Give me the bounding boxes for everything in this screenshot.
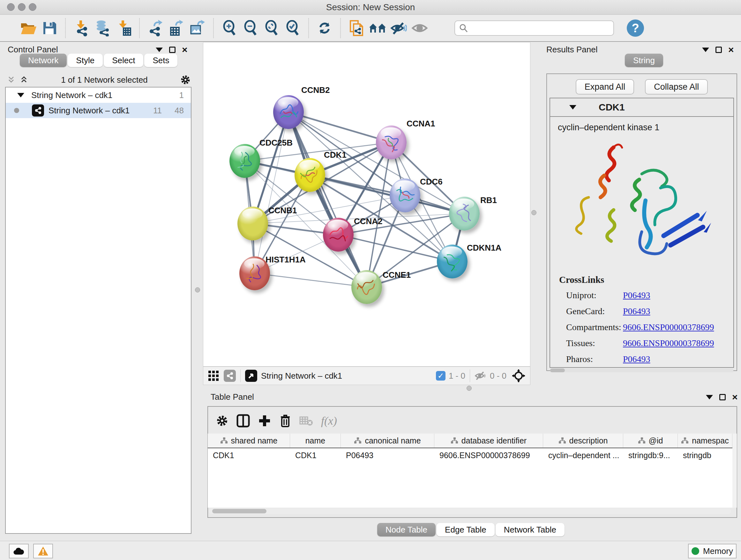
collapse-all-chevrons-icon[interactable] [6, 75, 16, 84]
string-app-icon [32, 105, 44, 117]
tab-string[interactable]: String [625, 54, 663, 67]
panel-menu-icon[interactable] [702, 48, 709, 52]
control-panel-tabs: NetworkStyleSelectSets [20, 54, 179, 67]
crosslink-link[interactable]: 9606.ENSP00000378699 [623, 338, 714, 348]
export-image-button[interactable] [187, 18, 208, 38]
search-input[interactable] [468, 23, 606, 33]
collapse-section-icon[interactable] [569, 105, 576, 110]
tab-style[interactable]: Style [68, 54, 103, 67]
zoom-in-button[interactable] [219, 18, 240, 38]
add-column-plus-icon[interactable] [258, 414, 271, 428]
tab-node-table[interactable]: Node Table [377, 523, 435, 537]
show-all-button[interactable] [409, 18, 430, 38]
table-settings-gear-icon[interactable] [216, 415, 228, 427]
column-header-shared-name[interactable]: shared name [208, 434, 290, 448]
grid-view-icon[interactable] [208, 370, 219, 381]
network-node-cdc25b[interactable] [229, 144, 260, 178]
crosslink-link[interactable]: P06493 [623, 290, 650, 300]
collapse-all-button[interactable]: Collapse All [645, 79, 708, 95]
node-label-ccnb1: CCNB1 [268, 206, 297, 215]
table-horizontal-scrollbar[interactable] [209, 508, 731, 514]
network-node-cdk1[interactable] [294, 158, 325, 192]
network-node-ccna2[interactable] [323, 218, 354, 252]
save-session-button[interactable] [39, 18, 60, 38]
selected-checkbox-icon[interactable]: ✓ [436, 371, 446, 381]
column-header-database-identifier[interactable]: database identifier [434, 434, 543, 448]
window-title: Session: New Session [0, 2, 741, 12]
left-splitter-handle[interactable] [195, 287, 200, 293]
tab-edge-table[interactable]: Edge Table [436, 523, 495, 537]
close-panel-icon[interactable]: × [728, 47, 734, 53]
network-node-rb1[interactable] [449, 197, 480, 231]
network-view-canvas[interactable]: CCNB2CCNA1CDC25BCDK1CDC6RB1CCNB1CCNA2CDK… [203, 42, 530, 367]
string-network-badge-icon[interactable] [224, 370, 236, 382]
zoom-fit-button[interactable] [261, 18, 282, 38]
expand-all-chevrons-icon[interactable] [19, 75, 29, 84]
network-node-ccnb2[interactable] [273, 95, 304, 129]
bottom-splitter-handle[interactable] [467, 386, 472, 391]
gear-icon[interactable] [180, 74, 191, 85]
import-table-button[interactable] [113, 18, 134, 38]
close-panel-icon[interactable]: × [732, 394, 738, 400]
tab-network-table[interactable]: Network Table [495, 523, 564, 537]
table-row[interactable]: CDK1CDK1P064939606.ENSP00000378699cyclin… [208, 448, 732, 463]
zoom-selected-button[interactable] [282, 18, 303, 38]
network-edge-count: 48 [175, 106, 184, 116]
hide-selected-button[interactable] [388, 18, 409, 38]
column-header-canonical-name[interactable]: canonical name [341, 434, 434, 448]
memory-label: Memory [703, 546, 733, 556]
results-scrollbar[interactable] [550, 368, 733, 372]
tab-select[interactable]: Select [104, 54, 143, 67]
memory-button[interactable]: Memory [688, 544, 737, 558]
column-header-description[interactable]: description [543, 434, 623, 448]
network-node-cdc6[interactable] [390, 179, 420, 212]
refresh-button[interactable] [314, 18, 335, 38]
cdk1-card-header[interactable]: CDK1 [550, 98, 733, 117]
export-table-button[interactable] [166, 18, 187, 38]
search-box[interactable] [455, 20, 614, 36]
delete-column-trash-icon[interactable] [279, 414, 292, 428]
network-collection-row[interactable]: String Network – cdk1 1 [6, 87, 191, 103]
expand-all-button[interactable]: Expand All [576, 79, 634, 95]
crosslink-link[interactable]: P06493 [623, 354, 650, 364]
help-button[interactable]: ? [627, 19, 644, 37]
network-row[interactable]: String Network – cdk1 11 48 [6, 103, 191, 118]
float-panel-icon[interactable] [719, 394, 726, 400]
home-layout-button[interactable] [367, 18, 388, 38]
warnings-button[interactable] [33, 544, 53, 558]
network-node-ccne1[interactable] [351, 270, 382, 304]
tab-sets[interactable]: Sets [144, 54, 178, 67]
network-node-ccna1[interactable] [376, 125, 407, 159]
column-label: name [306, 436, 326, 445]
birds-eye-view-icon[interactable] [245, 370, 257, 382]
cloud-status-button[interactable] [9, 544, 29, 558]
network-selection-status: 1 of 1 Network selected [29, 75, 180, 85]
panel-menu-icon[interactable] [156, 48, 163, 52]
close-panel-icon[interactable]: × [182, 47, 188, 53]
crosslink-link[interactable]: P06493 [623, 306, 650, 316]
column-label: description [569, 436, 608, 445]
tab-network[interactable]: Network [20, 54, 67, 67]
export-network-button[interactable] [145, 18, 166, 38]
column-header-name[interactable]: name [290, 434, 341, 448]
protein-name: CDK1 [599, 102, 625, 113]
float-panel-icon[interactable] [716, 47, 722, 53]
table-type-tabs: Node TableEdge TableNetwork Table [377, 523, 565, 537]
zoom-out-button[interactable] [240, 18, 261, 38]
column-header-namespac[interactable]: namespac [678, 434, 732, 448]
float-panel-icon[interactable] [169, 47, 176, 53]
table-vertical-scrollbar[interactable] [732, 434, 737, 508]
pan-crosshair-icon[interactable] [512, 369, 526, 383]
network-node-cdkn1a[interactable] [437, 245, 468, 278]
panel-menu-icon[interactable] [706, 395, 713, 399]
show-columns-icon[interactable] [236, 414, 250, 428]
import-network-button[interactable] [71, 18, 92, 38]
open-file-button[interactable] [18, 18, 39, 38]
column-header-id[interactable]: @id [623, 434, 678, 448]
copy-share-button[interactable] [346, 18, 367, 38]
network-node-ccnb1[interactable] [238, 206, 268, 240]
right-splitter-handle[interactable] [531, 210, 536, 215]
crosslink-link[interactable]: 9606.ENSP00000378699 [623, 322, 714, 332]
import-network-from-database-button[interactable] [92, 18, 113, 38]
tree-expand-icon[interactable] [17, 93, 24, 98]
